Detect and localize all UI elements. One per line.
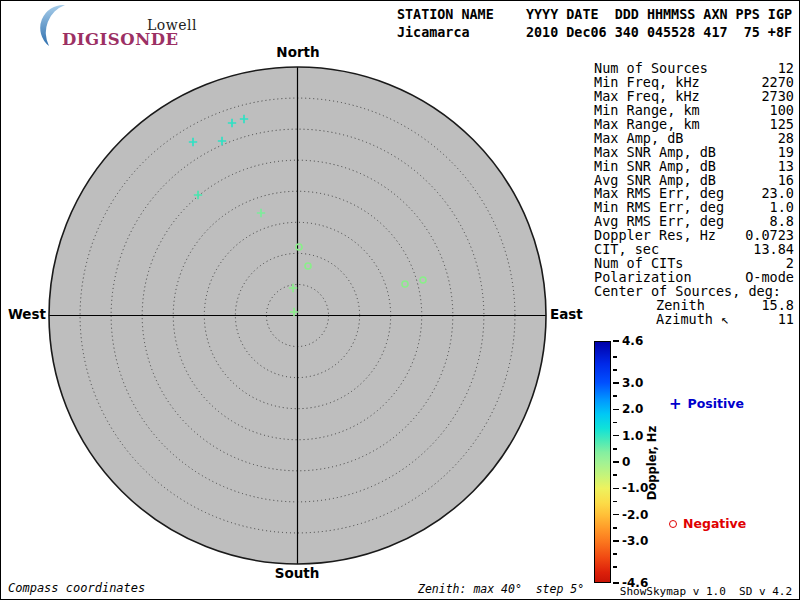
zenith-ring [266,284,328,346]
source-marker-plus [290,308,298,316]
stat-label: Min RMS Err, deg [594,200,724,214]
colorbar-minor-tick [613,395,617,397]
stat-row: CIT, sec13.84 [594,242,794,256]
stat-row: Max SNR Amp, dB19 [594,145,794,159]
version-text: ShowSkymap v 1.0 SD v 4.2 [620,585,792,598]
stat-value: 16 [778,173,794,187]
stat-row: Num of Sources12 [594,61,794,75]
stat-value: 125 [770,117,794,131]
source-marker-plus [240,115,248,123]
doppler-colorbar-ticks: 4.63.02.01.00-1.0-2.0-3.0-4.6 [613,341,673,583]
stat-label: Max Range, km [594,117,700,131]
doppler-colorbar [594,341,611,583]
compass-label-east: East [550,306,583,322]
stat-value: O-mode [745,270,794,284]
stat-row: Max RMS Err, deg23.0 [594,186,794,200]
stat-label: Min SNR Amp, dB [594,159,716,173]
colorbar-minor-tick [613,566,617,568]
legend-positive: + Positive [669,396,744,411]
stat-value: 1.0 [770,200,794,214]
colorbar-minor-tick [613,501,617,503]
colorbar-major-tick [613,409,619,411]
stat-row: Doppler Res, Hz0.0723 [594,228,794,242]
legend-negative: Negative [669,516,746,531]
stat-label: Zenith [656,298,705,312]
colorbar-major-tick [613,540,619,542]
source-marker-plus [228,119,236,127]
stat-label: Num of Sources [594,61,708,75]
compass-label-north: North [271,44,325,60]
stat-value: 2 [786,256,794,270]
plus-marker-icon: + [669,399,682,409]
zenith-ring [142,160,453,471]
colorbar-major-tick [613,582,619,584]
stat-label: Polarization [594,270,692,284]
colorbar-tick-label: -2.0 [622,508,648,522]
source-marker-circle [420,277,426,283]
zenith-ring [80,98,515,533]
zenith-ring [173,191,422,440]
colorbar-major-tick [613,382,619,384]
colorbar-minor-tick [613,369,617,371]
statistics-panel: Num of Sources12Min Freq, kHz2270Max Fre… [594,61,794,326]
stat-value: 15.8 [761,298,794,312]
colorbar-tick-label: 4.6 [622,334,643,348]
legend-positive-label: Positive [688,396,744,411]
stat-row: Azimuth ↖11 [594,312,794,326]
stat-value: 23.0 [761,186,794,200]
stat-row: Num of CITs2 [594,256,794,270]
station-header-values: Jicamarca 2010 Dec06 340 045528 417 75 +… [397,24,792,42]
colorbar-major-tick [613,488,619,490]
stat-label: Max SNR Amp, dB [594,145,716,159]
stat-value: 100 [770,103,794,117]
zenith-ring [111,129,484,502]
colorbar-tick-label: -3.0 [622,534,648,548]
colorbar-major-tick [613,435,619,437]
logo-digisonde-text: DIGISONDE [62,30,179,49]
stat-label: Avg SNR Amp, dB [594,173,716,187]
circle-marker-icon [669,520,677,528]
source-marker-circle [305,263,311,269]
stat-row: Zenith15.8 [594,298,794,312]
stat-label: Max Amp, dB [594,131,683,145]
stat-label: Min Freq, kHz [594,75,700,89]
colorbar-tick-label: 0 [622,455,630,469]
stat-value: 8.8 [770,214,794,228]
stat-row: Min SNR Amp, dB13 [594,159,794,173]
stat-label: Doppler Res, Hz [594,228,716,242]
stat-label: Max RMS Err, deg [594,186,724,200]
station-header-columns: STATION NAME YYYY DATE DDD HHMMSS AXN PP… [397,6,792,24]
colorbar-major-tick [613,461,619,463]
source-marker-plus [257,209,265,217]
colorbar-minor-tick [613,527,617,529]
skymap-window: Lowell DIGISONDE STATION NAME YYYY DATE … [0,0,800,600]
colorbar-minor-tick [613,356,617,358]
stat-row: Max Amp, dB28 [594,131,794,145]
source-marker-circle [296,244,302,250]
stat-row: Max Freq, kHz2730 [594,89,794,103]
stat-value: 11 [778,312,794,326]
colorbar-minor-tick [613,553,617,555]
stat-row: Min Range, km100 [594,103,794,117]
stat-row: Avg SNR Amp, dB16 [594,173,794,187]
compass-label-south: South [265,565,329,581]
stat-value: 19 [778,145,794,159]
stat-value: 13 [778,159,794,173]
stat-value: 12 [778,61,794,75]
colorbar-tick-label: 2.0 [622,402,643,416]
stat-row: PolarizationO-mode [594,270,794,284]
stat-value: 13.84 [753,242,794,256]
stat-value: 0.0723 [745,228,794,242]
colorbar-tick-label: 3.0 [622,376,643,390]
legend-negative-label: Negative [683,516,746,531]
zenith-ring [204,222,390,408]
colorbar-minor-tick [613,474,617,476]
stat-label: CIT, sec [594,242,659,256]
stat-row: Min Freq, kHz2270 [594,75,794,89]
colorbar-minor-tick [613,422,617,424]
zenith-range-note: Zenith: max 40° step 5° [418,582,584,596]
stat-label: Avg RMS Err, deg [594,214,724,228]
stat-value: 28 [778,131,794,145]
stat-label: Azimuth ↖ [656,312,729,326]
stat-value: 2730 [761,89,794,103]
